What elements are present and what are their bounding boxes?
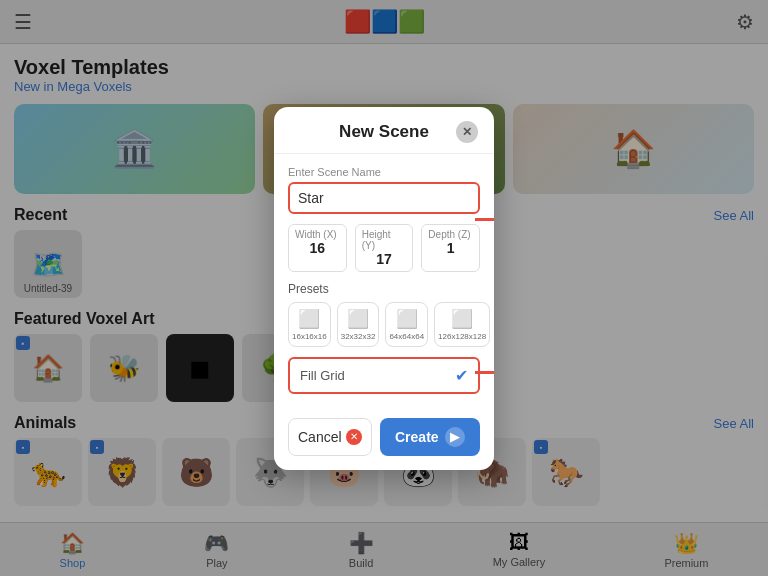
dimensions-row: Width (X) 16 Height (Y) 17 Depth (Z) 1: [288, 224, 480, 272]
preset-16-label: 16x16x16: [292, 332, 327, 341]
preset-64-label: 64x64x64: [389, 332, 424, 341]
create-button[interactable]: Create ▶: [380, 418, 480, 456]
modal-close-button[interactable]: ✕: [456, 121, 478, 143]
preset-128-label: 126x128x128: [438, 332, 486, 341]
preset-128[interactable]: ⬜ 126x128x128: [434, 302, 490, 347]
cancel-button[interactable]: Cancel ✕: [288, 418, 372, 456]
depth-value: 1: [428, 240, 473, 256]
preset-64[interactable]: ⬜ 64x64x64: [385, 302, 428, 347]
scene-name-label: Enter Scene Name: [288, 166, 480, 178]
create-label: Create: [395, 429, 439, 445]
modal-title: New Scene: [312, 122, 456, 142]
preset-16[interactable]: ⬜ 16x16x16: [288, 302, 331, 347]
presets-label: Presets: [288, 282, 480, 296]
new-scene-modal: New Scene ✕ Enter Scene Name: [274, 107, 494, 470]
modal-overlay: New Scene ✕ Enter Scene Name: [0, 0, 768, 576]
cancel-label: Cancel: [298, 429, 342, 445]
presets-row: ⬜ 16x16x16 ⬜ 32x32x32 ⬜ 64x64x64 ⬜ 126x1…: [288, 302, 480, 347]
preset-32-icon: ⬜: [347, 308, 369, 330]
cancel-x-icon: ✕: [346, 429, 362, 445]
preset-32[interactable]: ⬜ 32x32x32: [337, 302, 380, 347]
fill-grid-label: Fill Grid: [300, 368, 345, 383]
scene-name-input[interactable]: [298, 190, 473, 206]
height-label: Height (Y): [362, 229, 407, 251]
depth-field[interactable]: Depth (Z) 1: [421, 224, 480, 272]
fill-grid-check: ✔: [455, 366, 468, 385]
width-value: 16: [295, 240, 340, 256]
preset-64-icon: ⬜: [396, 308, 418, 330]
preset-128-icon: ⬜: [451, 308, 473, 330]
preset-16-icon: ⬜: [298, 308, 320, 330]
create-arrow-icon: ▶: [445, 427, 465, 447]
width-field[interactable]: Width (X) 16: [288, 224, 347, 272]
modal-footer: Cancel ✕ Create ▶: [274, 418, 494, 470]
height-value: 17: [362, 251, 407, 267]
input-arrow-annotation: [475, 214, 494, 226]
fill-arrow-annotation: [475, 367, 494, 379]
width-label: Width (X): [295, 229, 340, 240]
height-field[interactable]: Height (Y) 17: [355, 224, 414, 272]
modal-header: New Scene ✕: [274, 107, 494, 154]
depth-label: Depth (Z): [428, 229, 473, 240]
modal-body: Enter Scene Name Width (X) 16: [274, 154, 494, 418]
scene-name-input-wrapper[interactable]: [288, 182, 480, 214]
fill-grid-wrapper[interactable]: Fill Grid ✔: [288, 357, 480, 394]
preset-32-label: 32x32x32: [341, 332, 376, 341]
